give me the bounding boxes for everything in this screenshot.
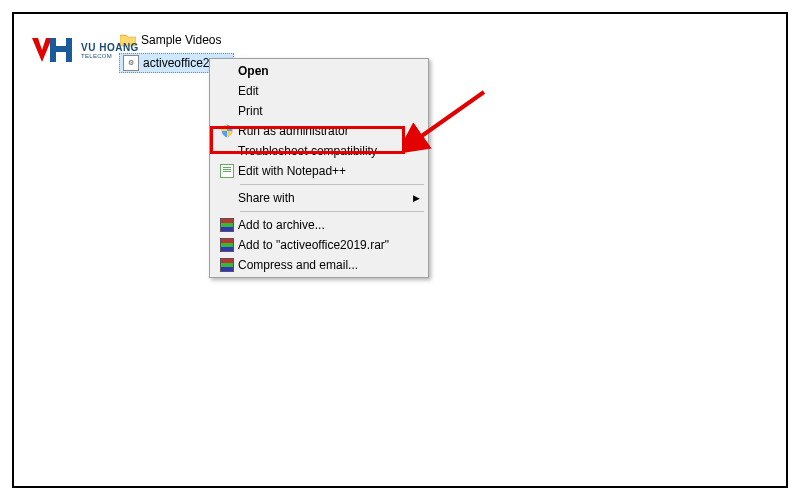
winrar-icon bbox=[220, 218, 234, 232]
menu-open[interactable]: Open bbox=[212, 61, 426, 81]
winrar-icon bbox=[220, 238, 234, 252]
menu-add-to-rar[interactable]: Add to "activeoffice2019.rar" bbox=[212, 235, 426, 255]
folder-label: Sample Videos bbox=[141, 33, 222, 47]
shield-icon bbox=[220, 124, 234, 138]
menu-print[interactable]: Print bbox=[212, 101, 426, 121]
menu-share-with[interactable]: Share with ▶ bbox=[212, 188, 426, 208]
watermark-logo: VU HOANG TELECOM bbox=[30, 36, 139, 66]
menu-run-as-administrator[interactable]: Run as administrator bbox=[212, 121, 426, 141]
menu-separator bbox=[240, 211, 424, 212]
context-menu: Open Edit Print Run as administrator bbox=[209, 58, 429, 278]
notepadpp-icon bbox=[220, 164, 234, 178]
winrar-icon bbox=[220, 258, 234, 272]
menu-edit-notepadpp[interactable]: Edit with Notepad++ bbox=[212, 161, 426, 181]
logo-text: VU HOANG bbox=[81, 43, 139, 53]
window-border: VU HOANG TELECOM Sample Videos ⚙ activeo… bbox=[12, 12, 788, 488]
menu-add-to-archive[interactable]: Add to archive... bbox=[212, 215, 426, 235]
logo-subtext: TELECOM bbox=[81, 53, 139, 59]
submenu-arrow-icon: ▶ bbox=[413, 193, 420, 203]
menu-troubleshoot-compatibility[interactable]: Troubleshoot compatibility bbox=[212, 141, 426, 161]
logo-mark-icon bbox=[30, 36, 78, 66]
menu-compress-and-email[interactable]: Compress and email... bbox=[212, 255, 426, 275]
menu-separator bbox=[240, 184, 424, 185]
menu-edit[interactable]: Edit bbox=[212, 81, 426, 101]
